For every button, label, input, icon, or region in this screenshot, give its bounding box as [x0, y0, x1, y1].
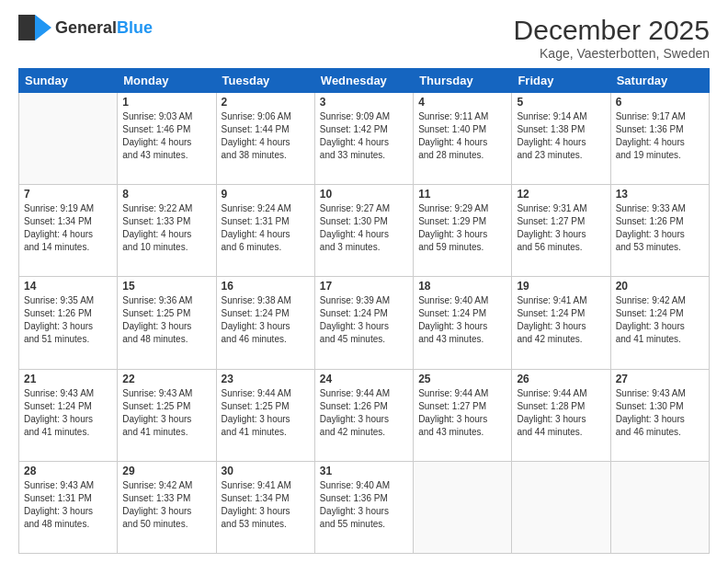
day-number: 8	[122, 188, 210, 201]
day-info: Sunrise: 9:11 AM Sunset: 1:40 PM Dayligh…	[418, 110, 506, 162]
day-info: Sunrise: 9:41 AM Sunset: 1:34 PM Dayligh…	[222, 479, 310, 531]
day-info: Sunrise: 9:43 AM Sunset: 1:24 PM Dayligh…	[24, 387, 112, 439]
day-info: Sunrise: 9:33 AM Sunset: 1:26 PM Dayligh…	[616, 202, 704, 254]
calendar-cell: 8Sunrise: 9:22 AM Sunset: 1:33 PM Daylig…	[118, 185, 216, 277]
calendar-cell: 27Sunrise: 9:43 AM Sunset: 1:30 PM Dayli…	[610, 369, 709, 461]
day-number: 5	[517, 96, 605, 109]
day-number: 11	[418, 188, 506, 201]
day-info: Sunrise: 9:39 AM Sunset: 1:24 PM Dayligh…	[320, 294, 408, 346]
day-number: 17	[320, 280, 408, 293]
logo: GeneralBlue	[18, 15, 153, 40]
day-number: 24	[320, 373, 408, 385]
calendar-cell: 26Sunrise: 9:44 AM Sunset: 1:28 PM Dayli…	[512, 369, 610, 461]
day-number: 31	[320, 465, 408, 477]
calendar-week-2: 7Sunrise: 9:19 AM Sunset: 1:34 PM Daylig…	[19, 185, 710, 277]
col-thursday: Thursday	[414, 69, 512, 93]
day-number: 2	[222, 96, 310, 109]
day-number: 14	[24, 280, 112, 293]
calendar-cell: 5Sunrise: 9:14 AM Sunset: 1:38 PM Daylig…	[512, 93, 610, 185]
day-number: 10	[320, 188, 408, 201]
calendar-cell: 17Sunrise: 9:39 AM Sunset: 1:24 PM Dayli…	[314, 277, 413, 369]
calendar-cell: 12Sunrise: 9:31 AM Sunset: 1:27 PM Dayli…	[512, 185, 610, 277]
col-tuesday: Tuesday	[216, 69, 314, 93]
day-info: Sunrise: 9:43 AM Sunset: 1:30 PM Dayligh…	[616, 387, 704, 439]
calendar-cell: 21Sunrise: 9:43 AM Sunset: 1:24 PM Dayli…	[19, 369, 118, 461]
calendar-header-row: Sunday Monday Tuesday Wednesday Thursday…	[19, 69, 710, 93]
title-section: December 2025 Kage, Vaesterbotten, Swede…	[514, 15, 710, 61]
calendar-cell: 29Sunrise: 9:42 AM Sunset: 1:33 PM Dayli…	[118, 461, 216, 553]
calendar-week-4: 21Sunrise: 9:43 AM Sunset: 1:24 PM Dayli…	[19, 369, 710, 461]
day-info: Sunrise: 9:42 AM Sunset: 1:24 PM Dayligh…	[616, 294, 704, 346]
day-info: Sunrise: 9:44 AM Sunset: 1:28 PM Dayligh…	[517, 387, 605, 439]
location: Kage, Vaesterbotten, Sweden	[514, 46, 710, 61]
col-monday: Monday	[118, 69, 216, 93]
day-number: 20	[616, 280, 704, 293]
day-info: Sunrise: 9:19 AM Sunset: 1:34 PM Dayligh…	[24, 202, 112, 254]
day-info: Sunrise: 9:29 AM Sunset: 1:29 PM Dayligh…	[418, 202, 506, 254]
day-number: 12	[517, 188, 605, 201]
calendar-cell: 25Sunrise: 9:44 AM Sunset: 1:27 PM Dayli…	[414, 369, 512, 461]
day-info: Sunrise: 9:43 AM Sunset: 1:31 PM Dayligh…	[24, 479, 112, 531]
col-saturday: Saturday	[610, 69, 709, 93]
day-info: Sunrise: 9:24 AM Sunset: 1:31 PM Dayligh…	[222, 202, 310, 254]
day-info: Sunrise: 9:31 AM Sunset: 1:27 PM Dayligh…	[517, 202, 605, 254]
day-number: 23	[222, 373, 310, 385]
col-sunday: Sunday	[19, 69, 118, 93]
day-info: Sunrise: 9:09 AM Sunset: 1:42 PM Dayligh…	[320, 110, 408, 162]
day-number: 4	[418, 96, 506, 109]
day-info: Sunrise: 9:44 AM Sunset: 1:27 PM Dayligh…	[418, 387, 506, 439]
calendar-cell	[610, 461, 709, 553]
calendar-cell	[414, 461, 512, 553]
calendar-cell: 1Sunrise: 9:03 AM Sunset: 1:46 PM Daylig…	[118, 93, 216, 185]
calendar-cell: 6Sunrise: 9:17 AM Sunset: 1:36 PM Daylig…	[610, 93, 709, 185]
calendar-cell: 15Sunrise: 9:36 AM Sunset: 1:25 PM Dayli…	[118, 277, 216, 369]
day-info: Sunrise: 9:40 AM Sunset: 1:24 PM Dayligh…	[418, 294, 506, 346]
calendar-cell: 4Sunrise: 9:11 AM Sunset: 1:40 PM Daylig…	[414, 93, 512, 185]
day-info: Sunrise: 9:40 AM Sunset: 1:36 PM Dayligh…	[320, 479, 408, 531]
calendar-cell: 28Sunrise: 9:43 AM Sunset: 1:31 PM Dayli…	[19, 461, 118, 553]
day-number: 19	[517, 280, 605, 293]
day-info: Sunrise: 9:44 AM Sunset: 1:26 PM Dayligh…	[320, 387, 408, 439]
day-number: 9	[222, 188, 310, 201]
day-number: 28	[24, 465, 112, 477]
calendar-table: Sunday Monday Tuesday Wednesday Thursday…	[18, 68, 710, 554]
day-info: Sunrise: 9:36 AM Sunset: 1:25 PM Dayligh…	[122, 294, 210, 346]
calendar-week-1: 1Sunrise: 9:03 AM Sunset: 1:46 PM Daylig…	[19, 93, 710, 185]
calendar-cell: 22Sunrise: 9:43 AM Sunset: 1:25 PM Dayli…	[118, 369, 216, 461]
svg-rect-1	[18, 28, 35, 40]
svg-rect-0	[18, 15, 35, 28]
day-number: 25	[418, 373, 506, 385]
logo-blue-text: Blue	[117, 18, 153, 37]
calendar-cell	[512, 461, 610, 553]
day-info: Sunrise: 9:35 AM Sunset: 1:26 PM Dayligh…	[24, 294, 112, 346]
calendar-cell: 19Sunrise: 9:41 AM Sunset: 1:24 PM Dayli…	[512, 277, 610, 369]
calendar-cell: 24Sunrise: 9:44 AM Sunset: 1:26 PM Dayli…	[314, 369, 413, 461]
calendar-week-3: 14Sunrise: 9:35 AM Sunset: 1:26 PM Dayli…	[19, 277, 710, 369]
logo-icon	[18, 15, 51, 40]
day-info: Sunrise: 9:44 AM Sunset: 1:25 PM Dayligh…	[222, 387, 310, 439]
day-number: 27	[616, 373, 704, 385]
calendar-cell: 30Sunrise: 9:41 AM Sunset: 1:34 PM Dayli…	[216, 461, 314, 553]
day-number: 13	[616, 188, 704, 201]
col-wednesday: Wednesday	[314, 69, 413, 93]
day-info: Sunrise: 9:14 AM Sunset: 1:38 PM Dayligh…	[517, 110, 605, 162]
day-number: 15	[122, 280, 210, 293]
calendar-cell: 18Sunrise: 9:40 AM Sunset: 1:24 PM Dayli…	[414, 277, 512, 369]
day-info: Sunrise: 9:41 AM Sunset: 1:24 PM Dayligh…	[517, 294, 605, 346]
calendar-cell: 14Sunrise: 9:35 AM Sunset: 1:26 PM Dayli…	[19, 277, 118, 369]
day-number: 29	[122, 465, 210, 477]
day-info: Sunrise: 9:38 AM Sunset: 1:24 PM Dayligh…	[222, 294, 310, 346]
calendar-cell: 9Sunrise: 9:24 AM Sunset: 1:31 PM Daylig…	[216, 185, 314, 277]
calendar-cell: 20Sunrise: 9:42 AM Sunset: 1:24 PM Dayli…	[610, 277, 709, 369]
calendar-cell: 16Sunrise: 9:38 AM Sunset: 1:24 PM Dayli…	[216, 277, 314, 369]
day-number: 26	[517, 373, 605, 385]
calendar-cell: 23Sunrise: 9:44 AM Sunset: 1:25 PM Dayli…	[216, 369, 314, 461]
svg-marker-2	[35, 15, 51, 40]
day-number: 16	[222, 280, 310, 293]
day-number: 30	[222, 465, 310, 477]
col-friday: Friday	[512, 69, 610, 93]
day-info: Sunrise: 9:03 AM Sunset: 1:46 PM Dayligh…	[122, 110, 210, 162]
header: GeneralBlue December 2025 Kage, Vaesterb…	[18, 15, 710, 61]
calendar-cell: 2Sunrise: 9:06 AM Sunset: 1:44 PM Daylig…	[216, 93, 314, 185]
day-number: 6	[616, 96, 704, 109]
